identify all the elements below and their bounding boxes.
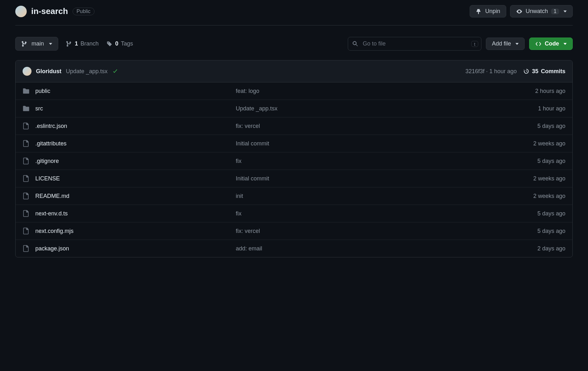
commit-message-cell: Update _app.tsx	[236, 105, 483, 112]
commit-message-link[interactable]: feat: logo	[236, 88, 259, 94]
file-link[interactable]: LICENSE	[35, 175, 60, 182]
commit-message-link[interactable]: init	[236, 193, 243, 199]
table-row: next.config.mjsfix: vercel5 days ago	[16, 222, 572, 240]
add-file-button[interactable]: Add file	[486, 38, 525, 50]
visibility-badge: Public	[73, 8, 95, 15]
file-time: 1 hour ago	[483, 105, 565, 112]
file-rows: publicfeat: logo2 hours agosrcUpdate _ap…	[16, 82, 572, 257]
commit-hash[interactable]: 3216f3f	[466, 68, 485, 74]
table-row: LICENSEInitial commit2 weeks ago	[16, 170, 572, 187]
commit-message-link[interactable]: Update _app.tsx	[236, 105, 277, 112]
branches-link[interactable]: 1 Branch	[66, 40, 99, 47]
tag-label: Tags	[121, 40, 133, 47]
file-name-cell: src	[23, 105, 236, 112]
table-row: .eslintrc.jsonfix: vercel5 days ago	[16, 117, 572, 135]
file-link[interactable]: package.json	[35, 245, 69, 252]
file-time: 5 days ago	[483, 228, 565, 234]
commit-message-cell: fix: vercel	[236, 123, 483, 130]
watch-count: 1	[551, 9, 559, 14]
commit-message-cell: feat: logo	[236, 88, 483, 94]
author-avatar[interactable]	[23, 67, 32, 76]
commit-message-link[interactable]: Initial commit	[236, 175, 269, 182]
file-link[interactable]: src	[35, 105, 43, 112]
file-search: t	[348, 37, 481, 51]
unpin-label: Unpin	[485, 8, 500, 15]
commit-message[interactable]: Update _app.tsx	[66, 68, 108, 75]
commit-time: 1 hour ago	[489, 68, 517, 74]
file-time: 2 days ago	[483, 245, 565, 252]
branch-name: main	[32, 40, 44, 47]
branch-icon	[66, 41, 72, 47]
file-name-cell: .eslintrc.json	[23, 122, 236, 130]
file-link[interactable]: next.config.mjs	[35, 228, 74, 234]
folder-icon	[23, 88, 30, 94]
file-name-cell: README.md	[23, 192, 236, 200]
unwatch-label: Unwatch	[526, 8, 548, 15]
repo-name[interactable]: in-search	[31, 6, 68, 16]
file-name-cell: package.json	[23, 245, 236, 252]
commit-message-link[interactable]: add: email	[236, 245, 262, 252]
commits-count: 35	[532, 68, 538, 75]
check-icon[interactable]	[112, 68, 118, 74]
file-link[interactable]: .gitignore	[35, 158, 59, 164]
commit-message-link[interactable]: fix	[236, 210, 242, 217]
table-row: README.mdinit2 weeks ago	[16, 187, 572, 205]
commit-message-link[interactable]: fix: vercel	[236, 228, 260, 234]
file-name-cell: next-env.d.ts	[23, 210, 236, 217]
commits-label: Commits	[541, 68, 565, 75]
toolbar: main 1 Branch 0 Tags	[15, 37, 573, 51]
commit-message-cell: fix	[236, 210, 483, 217]
table-row: publicfeat: logo2 hours ago	[16, 82, 572, 100]
commit-message-cell: fix	[236, 158, 483, 164]
owner-avatar[interactable]	[15, 6, 27, 17]
file-link[interactable]: public	[35, 88, 50, 94]
toolbar-right: t Add file Code	[348, 37, 573, 51]
file-name-cell: public	[23, 88, 236, 94]
eye-icon	[516, 8, 522, 15]
file-name-cell: .gitattributes	[23, 140, 236, 147]
commit-message-link[interactable]: fix: vercel	[236, 123, 260, 129]
folder-icon	[23, 105, 30, 112]
file-link[interactable]: .eslintrc.json	[35, 123, 67, 130]
branch-icon	[21, 41, 28, 47]
file-icon	[23, 192, 30, 200]
file-link[interactable]: README.md	[35, 193, 69, 200]
repo-title-group: in-search Public	[15, 6, 94, 17]
file-time: 2 weeks ago	[483, 175, 565, 182]
search-input[interactable]	[348, 37, 481, 51]
file-listing: Gloridust Update _app.tsx 3216f3f · 1 ho…	[15, 60, 573, 257]
code-icon	[535, 41, 542, 47]
file-icon	[23, 245, 30, 252]
tags-link[interactable]: 0 Tags	[106, 40, 133, 47]
table-row: package.jsonadd: email2 days ago	[16, 240, 572, 257]
caret-down-icon	[562, 40, 567, 47]
file-link[interactable]: .gitattributes	[35, 140, 66, 147]
commit-message-cell: Initial commit	[236, 175, 483, 182]
file-name-cell: next.config.mjs	[23, 228, 236, 234]
caret-down-icon	[514, 40, 519, 47]
file-icon	[23, 122, 30, 130]
commit-message-link[interactable]: Initial commit	[236, 140, 269, 147]
file-icon	[23, 210, 30, 217]
file-name-cell: LICENSE	[23, 175, 236, 182]
header-actions: Unpin Unwatch 1	[470, 5, 573, 18]
table-row: srcUpdate _app.tsx1 hour ago	[16, 100, 572, 117]
unwatch-button[interactable]: Unwatch 1	[510, 5, 573, 18]
commit-message-link[interactable]: fix	[236, 158, 242, 164]
code-button[interactable]: Code	[529, 38, 573, 50]
table-row: .gitattributesInitial commit2 weeks ago	[16, 135, 572, 152]
file-time: 5 days ago	[483, 210, 565, 217]
unpin-button[interactable]: Unpin	[470, 5, 506, 18]
file-link[interactable]: next-env.d.ts	[35, 210, 68, 217]
file-icon	[23, 140, 30, 147]
separator: ·	[486, 68, 488, 74]
add-file-label: Add file	[492, 40, 511, 47]
file-name-cell: .gitignore	[23, 158, 236, 164]
toolbar-left: main 1 Branch 0 Tags	[15, 37, 133, 51]
file-icon	[23, 228, 30, 234]
branch-select-button[interactable]: main	[15, 37, 58, 51]
caret-down-icon	[48, 40, 52, 47]
pin-icon	[476, 8, 482, 15]
commits-link[interactable]: 35 Commits	[523, 68, 565, 75]
commit-author[interactable]: Gloridust	[36, 68, 61, 75]
